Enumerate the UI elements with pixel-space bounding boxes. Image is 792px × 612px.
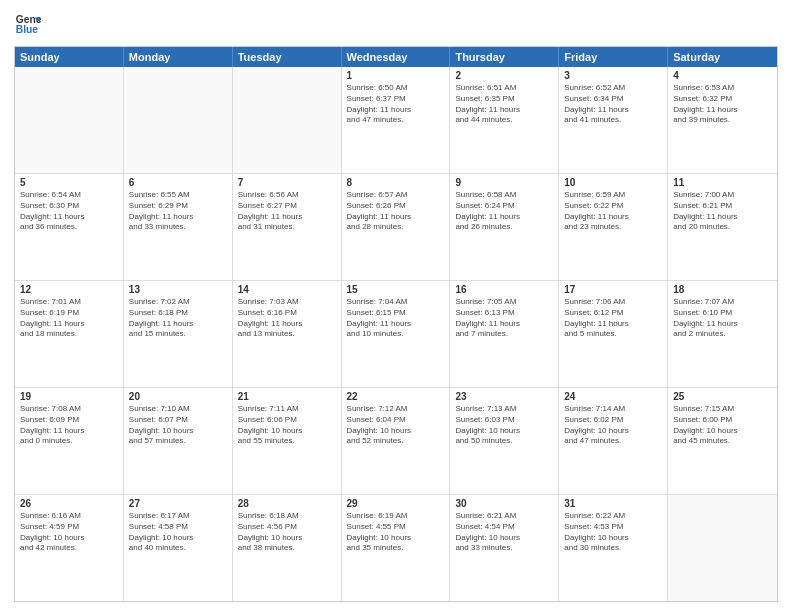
logo: General Blue xyxy=(14,10,46,38)
day-number: 11 xyxy=(673,177,772,188)
day-number: 10 xyxy=(564,177,662,188)
day-number: 2 xyxy=(455,70,553,81)
day-cell-14: 14Sunrise: 7:03 AM Sunset: 6:16 PM Dayli… xyxy=(233,281,342,387)
day-info: Sunrise: 6:16 AM Sunset: 4:59 PM Dayligh… xyxy=(20,511,118,554)
day-cell-18: 18Sunrise: 7:07 AM Sunset: 6:10 PM Dayli… xyxy=(668,281,777,387)
day-info: Sunrise: 6:19 AM Sunset: 4:55 PM Dayligh… xyxy=(347,511,445,554)
day-cell-28: 28Sunrise: 6:18 AM Sunset: 4:56 PM Dayli… xyxy=(233,495,342,601)
day-number: 27 xyxy=(129,498,227,509)
day-info: Sunrise: 6:21 AM Sunset: 4:54 PM Dayligh… xyxy=(455,511,553,554)
day-info: Sunrise: 7:11 AM Sunset: 6:06 PM Dayligh… xyxy=(238,404,336,447)
day-number: 25 xyxy=(673,391,772,402)
empty-cell-r0c2 xyxy=(233,67,342,173)
day-number: 4 xyxy=(673,70,772,81)
day-cell-11: 11Sunrise: 7:00 AM Sunset: 6:21 PM Dayli… xyxy=(668,174,777,280)
day-number: 28 xyxy=(238,498,336,509)
day-info: Sunrise: 6:22 AM Sunset: 4:53 PM Dayligh… xyxy=(564,511,662,554)
day-info: Sunrise: 7:05 AM Sunset: 6:13 PM Dayligh… xyxy=(455,297,553,340)
day-cell-20: 20Sunrise: 7:10 AM Sunset: 6:07 PM Dayli… xyxy=(124,388,233,494)
day-cell-16: 16Sunrise: 7:05 AM Sunset: 6:13 PM Dayli… xyxy=(450,281,559,387)
day-number: 3 xyxy=(564,70,662,81)
day-number: 18 xyxy=(673,284,772,295)
day-cell-15: 15Sunrise: 7:04 AM Sunset: 6:15 PM Dayli… xyxy=(342,281,451,387)
day-cell-10: 10Sunrise: 6:59 AM Sunset: 6:22 PM Dayli… xyxy=(559,174,668,280)
day-cell-1: 1Sunrise: 6:50 AM Sunset: 6:37 PM Daylig… xyxy=(342,67,451,173)
weekday-header-friday: Friday xyxy=(559,47,668,67)
day-cell-7: 7Sunrise: 6:56 AM Sunset: 6:27 PM Daylig… xyxy=(233,174,342,280)
day-number: 15 xyxy=(347,284,445,295)
svg-text:Blue: Blue xyxy=(16,24,39,35)
day-cell-27: 27Sunrise: 6:17 AM Sunset: 4:58 PM Dayli… xyxy=(124,495,233,601)
day-cell-4: 4Sunrise: 6:53 AM Sunset: 6:32 PM Daylig… xyxy=(668,67,777,173)
day-number: 16 xyxy=(455,284,553,295)
empty-cell-r0c1 xyxy=(124,67,233,173)
day-cell-19: 19Sunrise: 7:08 AM Sunset: 6:09 PM Dayli… xyxy=(15,388,124,494)
day-number: 30 xyxy=(455,498,553,509)
weekday-header-wednesday: Wednesday xyxy=(342,47,451,67)
day-info: Sunrise: 7:08 AM Sunset: 6:09 PM Dayligh… xyxy=(20,404,118,447)
day-number: 24 xyxy=(564,391,662,402)
day-number: 23 xyxy=(455,391,553,402)
day-info: Sunrise: 6:51 AM Sunset: 6:35 PM Dayligh… xyxy=(455,83,553,126)
day-info: Sunrise: 7:12 AM Sunset: 6:04 PM Dayligh… xyxy=(347,404,445,447)
day-info: Sunrise: 7:01 AM Sunset: 6:19 PM Dayligh… xyxy=(20,297,118,340)
day-cell-13: 13Sunrise: 7:02 AM Sunset: 6:18 PM Dayli… xyxy=(124,281,233,387)
day-info: Sunrise: 6:18 AM Sunset: 4:56 PM Dayligh… xyxy=(238,511,336,554)
page: General Blue SundayMondayTuesdayWednesda… xyxy=(0,0,792,612)
day-info: Sunrise: 6:53 AM Sunset: 6:32 PM Dayligh… xyxy=(673,83,772,126)
day-cell-23: 23Sunrise: 7:13 AM Sunset: 6:03 PM Dayli… xyxy=(450,388,559,494)
day-info: Sunrise: 6:55 AM Sunset: 6:29 PM Dayligh… xyxy=(129,190,227,233)
day-cell-30: 30Sunrise: 6:21 AM Sunset: 4:54 PM Dayli… xyxy=(450,495,559,601)
day-number: 20 xyxy=(129,391,227,402)
day-number: 9 xyxy=(455,177,553,188)
day-cell-24: 24Sunrise: 7:14 AM Sunset: 6:02 PM Dayli… xyxy=(559,388,668,494)
weekday-header-saturday: Saturday xyxy=(668,47,777,67)
weekday-header-sunday: Sunday xyxy=(15,47,124,67)
day-number: 19 xyxy=(20,391,118,402)
day-number: 17 xyxy=(564,284,662,295)
day-info: Sunrise: 7:00 AM Sunset: 6:21 PM Dayligh… xyxy=(673,190,772,233)
empty-cell-r4c6 xyxy=(668,495,777,601)
calendar-header: SundayMondayTuesdayWednesdayThursdayFrid… xyxy=(15,47,777,67)
day-cell-12: 12Sunrise: 7:01 AM Sunset: 6:19 PM Dayli… xyxy=(15,281,124,387)
calendar-row-2: 5Sunrise: 6:54 AM Sunset: 6:30 PM Daylig… xyxy=(15,174,777,281)
calendar: SundayMondayTuesdayWednesdayThursdayFrid… xyxy=(14,46,778,602)
header: General Blue xyxy=(14,10,778,38)
calendar-row-4: 19Sunrise: 7:08 AM Sunset: 6:09 PM Dayli… xyxy=(15,388,777,495)
day-number: 13 xyxy=(129,284,227,295)
day-info: Sunrise: 7:02 AM Sunset: 6:18 PM Dayligh… xyxy=(129,297,227,340)
weekday-header-monday: Monday xyxy=(124,47,233,67)
calendar-row-5: 26Sunrise: 6:16 AM Sunset: 4:59 PM Dayli… xyxy=(15,495,777,601)
day-info: Sunrise: 7:15 AM Sunset: 6:00 PM Dayligh… xyxy=(673,404,772,447)
day-number: 14 xyxy=(238,284,336,295)
weekday-header-tuesday: Tuesday xyxy=(233,47,342,67)
day-number: 29 xyxy=(347,498,445,509)
day-cell-17: 17Sunrise: 7:06 AM Sunset: 6:12 PM Dayli… xyxy=(559,281,668,387)
day-number: 26 xyxy=(20,498,118,509)
day-info: Sunrise: 7:13 AM Sunset: 6:03 PM Dayligh… xyxy=(455,404,553,447)
day-info: Sunrise: 7:10 AM Sunset: 6:07 PM Dayligh… xyxy=(129,404,227,447)
day-info: Sunrise: 6:58 AM Sunset: 6:24 PM Dayligh… xyxy=(455,190,553,233)
day-cell-9: 9Sunrise: 6:58 AM Sunset: 6:24 PM Daylig… xyxy=(450,174,559,280)
empty-cell-r0c0 xyxy=(15,67,124,173)
day-cell-3: 3Sunrise: 6:52 AM Sunset: 6:34 PM Daylig… xyxy=(559,67,668,173)
day-info: Sunrise: 6:17 AM Sunset: 4:58 PM Dayligh… xyxy=(129,511,227,554)
day-number: 8 xyxy=(347,177,445,188)
day-number: 31 xyxy=(564,498,662,509)
day-cell-2: 2Sunrise: 6:51 AM Sunset: 6:35 PM Daylig… xyxy=(450,67,559,173)
day-info: Sunrise: 7:03 AM Sunset: 6:16 PM Dayligh… xyxy=(238,297,336,340)
day-number: 12 xyxy=(20,284,118,295)
day-info: Sunrise: 6:59 AM Sunset: 6:22 PM Dayligh… xyxy=(564,190,662,233)
day-number: 7 xyxy=(238,177,336,188)
day-number: 5 xyxy=(20,177,118,188)
day-info: Sunrise: 7:07 AM Sunset: 6:10 PM Dayligh… xyxy=(673,297,772,340)
day-cell-6: 6Sunrise: 6:55 AM Sunset: 6:29 PM Daylig… xyxy=(124,174,233,280)
day-number: 21 xyxy=(238,391,336,402)
day-cell-31: 31Sunrise: 6:22 AM Sunset: 4:53 PM Dayli… xyxy=(559,495,668,601)
day-cell-22: 22Sunrise: 7:12 AM Sunset: 6:04 PM Dayli… xyxy=(342,388,451,494)
day-info: Sunrise: 7:06 AM Sunset: 6:12 PM Dayligh… xyxy=(564,297,662,340)
day-number: 22 xyxy=(347,391,445,402)
logo-icon: General Blue xyxy=(14,10,42,38)
day-cell-21: 21Sunrise: 7:11 AM Sunset: 6:06 PM Dayli… xyxy=(233,388,342,494)
calendar-body: 1Sunrise: 6:50 AM Sunset: 6:37 PM Daylig… xyxy=(15,67,777,601)
